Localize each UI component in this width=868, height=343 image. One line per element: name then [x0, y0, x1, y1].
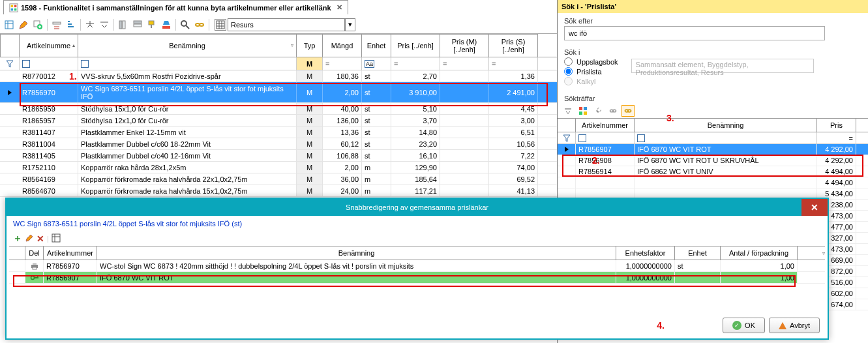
filter-funnel-icon[interactable]: [563, 134, 571, 142]
cancel-button[interactable]: Avbryt: [769, 318, 820, 333]
col-prism[interactable]: Pris (M) [../enh]: [440, 34, 489, 57]
rp-link-icon[interactable]: [606, 105, 620, 117]
combo-dropdown-icon[interactable]: ▾: [345, 18, 355, 31]
table-row[interactable]: R3811407Plastklammer Enkel 12-15mm vitM1…: [0, 127, 557, 138]
svg-rect-14: [134, 24, 142, 27]
filter-eq-icon[interactable]: =: [849, 134, 853, 142]
table-row[interactable]: R7856970WC Sign 6873-6511 porslin 4/2L ö…: [0, 82, 557, 103]
dialog-delete-icon[interactable]: ✕: [37, 233, 44, 244]
table-row[interactable]: R8770012VVS-skruv 5,5x60mm Rostfri Pozid…: [0, 70, 557, 82]
tool-add-green-icon[interactable]: [31, 18, 44, 31]
rp-col-ben[interactable]: Benämning: [635, 119, 817, 132]
svg-rect-4: [14, 8, 17, 10]
cancel-icon: [779, 322, 786, 329]
search-result-row[interactable]: 4 494,00: [558, 177, 868, 188]
col-enhet[interactable]: Enhet: [362, 34, 391, 57]
dlg-col-art[interactable]: Artikelnummer: [44, 246, 97, 260]
filter-icon[interactable]: [637, 134, 645, 142]
search-input[interactable]: [564, 26, 825, 40]
svg-point-32: [628, 110, 631, 112]
table-row[interactable]: R3811405Plastklammer Dubbel c/c40 12-16m…: [0, 150, 557, 162]
tool-color-icon[interactable]: [160, 18, 173, 31]
filter-eq-icon[interactable]: =: [325, 60, 329, 68]
tool-sort-asc-icon[interactable]: [65, 18, 78, 31]
col-benamning[interactable]: Benämning▿: [78, 34, 297, 57]
search-result-row[interactable]: R7856907IFÖ 6870 WC VIT ROT4 292,00: [558, 144, 868, 155]
col-artikelnummer[interactable]: Artikelnumme▴: [20, 34, 78, 57]
rp-col-art[interactable]: Artikelnummer: [576, 119, 635, 132]
tool-columns-icon[interactable]: [117, 18, 130, 31]
filter-icon[interactable]: [22, 60, 30, 68]
dlg-col-ben[interactable]: Benämning▿: [97, 246, 616, 260]
dlg-col-ef[interactable]: Enhetsfaktor: [616, 246, 675, 260]
svg-rect-1: [11, 5, 14, 7]
tool-rows-icon[interactable]: [131, 18, 144, 31]
svg-rect-12: [123, 21, 125, 29]
search-result-row[interactable]: R7856914IFÖ 6862 WC VIT UNIV4 494,00: [558, 166, 868, 177]
table-row[interactable]: R8564670Kopparrör förkromade raka halvhå…: [0, 185, 557, 197]
tab-bar: 1598 - Funktionalitet i sammanställninge…: [0, 0, 557, 16]
tool-pencil-icon[interactable]: [17, 18, 30, 31]
col-pris[interactable]: Pris [../enh]: [391, 34, 440, 57]
search-result-row[interactable]: R7856908IFÖ 6870 WC VIT ROT U SKRUVHÅL4 …: [558, 155, 868, 166]
filter-icon[interactable]: [81, 60, 89, 68]
dlg-col-en[interactable]: Enhet: [675, 246, 721, 260]
main-toolbar: ▾: [0, 16, 557, 34]
table-row[interactable]: R1865957Stödhylsa 12x1,0 för Cu-rörM136,…: [0, 115, 557, 127]
col-typ[interactable]: Typ: [297, 34, 323, 57]
soktraffar-label: Sökträffar: [564, 95, 861, 102]
rp-expand-icon[interactable]: [561, 105, 575, 117]
tool-sheet-icon[interactable]: [3, 18, 16, 31]
dialog-row[interactable]: R7856970WC-stol Sign WC 6873 ! 420mm sit…: [9, 260, 825, 272]
table-row[interactable]: R3811004Plastklammer Dubbel c/c60 18-22m…: [0, 138, 557, 150]
filter-typ-value[interactable]: M: [299, 60, 320, 68]
filter-funnel-icon[interactable]: [6, 60, 14, 68]
table-row[interactable]: R8564169Kopparrör förkromade raka halvhå…: [0, 173, 557, 185]
filter-icon[interactable]: [578, 134, 586, 142]
filter-text-icon[interactable]: Aa: [365, 60, 374, 68]
annotation-4: 4.: [657, 320, 665, 331]
annotation-2: 2.: [592, 155, 600, 166]
tool-paint-icon[interactable]: [145, 18, 158, 31]
resource-combo[interactable]: [228, 18, 345, 31]
dialog-add-icon[interactable]: ＋: [13, 233, 22, 245]
document-tab[interactable]: 1598 - Funktionalitet i sammanställninge…: [3, 0, 348, 14]
dlg-col-del[interactable]: Del: [25, 246, 44, 260]
ok-button[interactable]: ✓OK: [723, 318, 765, 333]
dialog-close-button[interactable]: ✕: [801, 199, 828, 216]
rp-palette-icon[interactable]: [576, 105, 590, 117]
search-grid-filter: =: [558, 132, 868, 144]
col-priss[interactable]: Pris (S) [../enh]: [489, 34, 538, 57]
tool-remove-row-icon[interactable]: [50, 18, 63, 31]
tab-close[interactable]: ✕: [337, 3, 342, 12]
table-row[interactable]: R1865959Stödhylsa 15x1,0 för Cu-rörM40,0…: [0, 103, 557, 115]
col-mangd[interactable]: Mängd: [323, 34, 362, 57]
search-results-toolbar: [558, 104, 868, 118]
calc-icon: [9, 3, 18, 12]
tool-expand-icon[interactable]: [98, 18, 111, 31]
search-filter-types[interactable]: Sammansatt element, Byggdelstyp, Produkt…: [631, 59, 814, 73]
dlg-col-af[interactable]: Antal / förpackning: [721, 246, 798, 260]
dialog-grid-icon[interactable]: [52, 233, 61, 244]
quick-edit-dialog: Snabbredigering av gemensamma prislänkar…: [5, 198, 829, 340]
filter-eq-icon[interactable]: =: [443, 60, 447, 68]
rp-col-pris[interactable]: Pris: [817, 119, 856, 132]
table-row[interactable]: R1752110Kopparrör raka hårda 28x1,2x5mM2…: [0, 162, 557, 173]
filter-eq-icon[interactable]: =: [394, 60, 398, 68]
tool-link-icon[interactable]: [193, 18, 206, 31]
dialog-edit-icon[interactable]: [25, 233, 34, 244]
tool-collapse-icon[interactable]: [83, 18, 97, 31]
rp-wrench-icon[interactable]: [591, 105, 605, 117]
dialog-title-bar: Snabbredigering av gemensamma prislänkar…: [7, 199, 828, 216]
dialog-row[interactable]: R7856907IFÖ 6870 WC VIT ROT1,00000000001…: [9, 272, 825, 284]
radio-prislista[interactable]: [564, 67, 573, 76]
grid-mode-icon[interactable]: [215, 19, 226, 31]
tool-find-icon[interactable]: [179, 18, 192, 31]
svg-rect-3: [11, 8, 14, 10]
svg-rect-25: [579, 107, 582, 110]
svg-rect-16: [162, 26, 170, 29]
radio-uppslagsbok[interactable]: [564, 57, 573, 66]
radio-kalkyl: [564, 77, 573, 85]
rp-link-highlighted-icon[interactable]: [621, 105, 635, 117]
filter-eq-icon[interactable]: =: [492, 60, 496, 68]
